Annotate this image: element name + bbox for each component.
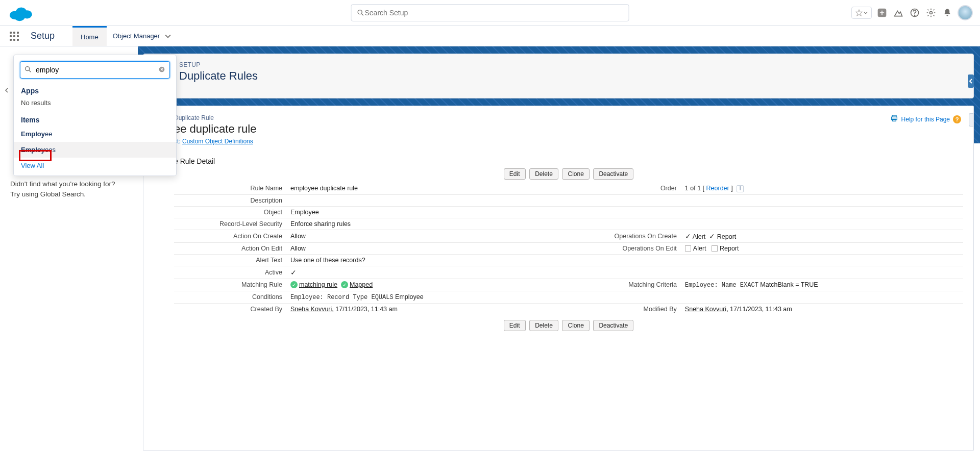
help-icon[interactable]: ? [953, 115, 961, 123]
global-search-input[interactable] [365, 9, 624, 17]
label-ops-create: Operations On Create [569, 230, 681, 242]
page-title: Duplicate Rules [179, 69, 963, 83]
app-launcher[interactable] [0, 26, 29, 46]
qf-no-results: No results [14, 97, 176, 112]
help-button[interactable] [909, 7, 921, 19]
matching-rule-link[interactable]: matching rule [299, 281, 337, 288]
deactivate-button[interactable]: Deactivate [593, 168, 633, 180]
right-side-tab[interactable] [968, 74, 974, 89]
value-matching-rule: matching rule Mapped [286, 279, 569, 291]
help-row: Help for this Page ? [890, 114, 961, 124]
value-action-edit: Allow [286, 242, 569, 254]
notifications-button[interactable] [941, 7, 953, 19]
stage: Didn't find what you're looking for? Try… [0, 46, 980, 451]
bell-icon [942, 8, 952, 18]
page-header: SETUP Duplicate Rules [143, 54, 974, 98]
card-collapse-tab[interactable] [969, 113, 974, 127]
question-icon [910, 8, 920, 18]
record-type-crumb: Duplicate Rule [174, 114, 963, 121]
salesforce-logo [7, 4, 34, 22]
sidebar-no-match-help: Didn't find what you're looking for? Try… [10, 179, 128, 200]
value-alert-text: Use one of these records? [286, 254, 569, 266]
value-modified-by: Sneha Kovvuri, 17/11/2023, 11:43 am [681, 303, 963, 315]
label-object: Object [174, 206, 286, 218]
setup-gear-button[interactable] [925, 7, 937, 19]
svg-point-15 [26, 67, 30, 71]
label-ops-edit: Operations On Edit [569, 242, 681, 254]
no-match-line2: Try using Global Search. [10, 189, 128, 199]
status-ok-icon [341, 281, 348, 288]
svg-rect-11 [968, 74, 974, 88]
add-button[interactable] [876, 7, 888, 19]
sidebar-collapse-toggle[interactable] [4, 87, 9, 94]
bottom-button-row: Edit Delete Clone Deactivate [174, 320, 963, 331]
quick-find-input[interactable] [20, 61, 170, 79]
label-rls: Record-Level Security [174, 218, 286, 230]
gear-icon [926, 8, 936, 18]
value-object: Employee [286, 206, 569, 218]
clone-button[interactable]: Clone [562, 320, 589, 331]
delete-button[interactable]: Delete [529, 168, 558, 180]
detail-table: Rule Name employee duplicate rule Order … [174, 183, 963, 315]
label-created-by: Created By [174, 303, 286, 315]
edit-button[interactable]: Edit [504, 168, 526, 180]
label-matching-rule: Matching Rule [174, 279, 286, 291]
qf-item-employees[interactable]: Employees [14, 142, 176, 158]
tab-object-manager-label: Object Manager [113, 32, 160, 40]
reorder-link[interactable]: Reorder [706, 185, 729, 192]
chevron-down-icon [864, 11, 868, 15]
edit-button[interactable]: Edit [504, 320, 526, 331]
label-rule-name: Rule Name [174, 183, 286, 194]
app-name: Setup [29, 26, 72, 46]
checkbox-unchecked [712, 245, 718, 252]
status-ok-icon [290, 281, 298, 288]
back-to-list-link[interactable]: Custom Object Definitions [182, 138, 253, 145]
favorites-button[interactable] [851, 7, 872, 19]
svg-point-3 [14, 13, 25, 21]
top-button-row: Edit Delete Clone Deactivate [174, 168, 963, 180]
label-action-edit: Action On Edit [174, 242, 286, 254]
info-icon[interactable]: i [737, 185, 744, 192]
svg-line-5 [362, 14, 363, 15]
tab-object-manager[interactable]: Object Manager [107, 26, 178, 46]
label-order: Order [569, 183, 681, 194]
label-alert-text: Alert Text [174, 254, 286, 266]
label-modified-by: Modified By [569, 303, 681, 315]
mapped-link[interactable]: Mapped [350, 281, 373, 288]
value-rule-name: employee duplicate rule [286, 183, 569, 194]
trailhead-button[interactable] [892, 7, 904, 19]
record-title: ee duplicate rule [174, 122, 963, 136]
svg-point-10 [930, 12, 933, 14]
tab-home[interactable]: Home [72, 26, 107, 46]
global-header [0, 0, 980, 26]
chevron-down-icon [165, 33, 171, 39]
clear-icon[interactable] [158, 65, 166, 75]
deactivate-button[interactable]: Deactivate [593, 320, 633, 331]
check-icon: ✓ [709, 232, 715, 240]
value-rls: Enforce sharing rules [286, 218, 569, 230]
qf-item-employee[interactable]: Employee [14, 126, 176, 142]
value-matching-criteria: Employee: Name EXACT MatchBlank = TRUE [681, 279, 963, 291]
user-avatar[interactable] [958, 5, 973, 20]
search-icon [357, 9, 365, 17]
label-matching-criteria: Matching Criteria [569, 279, 681, 291]
label-active: Active [174, 266, 286, 279]
help-for-page-link[interactable]: Help for this Page [901, 116, 950, 123]
header-actions [851, 5, 973, 20]
plus-icon [877, 8, 887, 18]
qf-view-all[interactable]: View All [14, 158, 176, 173]
global-search[interactable] [351, 4, 629, 21]
created-by-user-link[interactable]: Sneha Kovvuri [290, 306, 332, 313]
delete-button[interactable]: Delete [529, 320, 558, 331]
search-icon [24, 65, 32, 75]
detail-section-title: e Rule Detail [174, 157, 963, 165]
check-icon: ✓ [290, 268, 297, 277]
content-card: Help for this Page ? Duplicate Rule ee d… [143, 106, 974, 451]
printer-icon[interactable] [890, 114, 898, 124]
value-conditions: Employee: Record Type EQUALS Employee [286, 291, 569, 303]
svg-marker-6 [856, 10, 862, 16]
modified-by-user-link[interactable]: Sneha Kovvuri [685, 306, 726, 313]
label-action-create: Action On Create [174, 230, 286, 242]
clone-button[interactable]: Clone [562, 168, 589, 180]
svg-line-16 [29, 70, 31, 72]
